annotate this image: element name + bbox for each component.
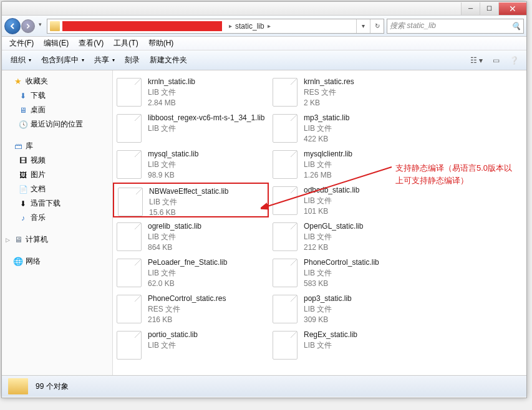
sidebar-item-music[interactable]: ♪音乐 [2, 211, 112, 225]
close-button[interactable]: ✕ [498, 2, 526, 15]
file-item[interactable]: NBWaveEffect_static.lib LIB 文件 15.6 KB [113, 183, 269, 217]
share-button[interactable]: 共享 [89, 52, 120, 68]
nav-history-dropdown[interactable]: ▾ [36, 18, 44, 31]
file-type: LIB 文件 [148, 87, 195, 98]
file-type: RES 文件 [148, 304, 226, 315]
newfolder-button[interactable]: 新建文件夹 [145, 52, 192, 68]
menu-view[interactable]: 查看(V) [74, 37, 109, 50]
file-item[interactable]: PeLoader_fne_Static.lib LIB 文件 62.0 KB [113, 255, 269, 290]
sidebar-item-videos[interactable]: 🎞视频 [2, 153, 112, 168]
file-item[interactable]: mysql_static.lib LIB 文件 98.9 KB [113, 146, 269, 181]
sidebar-network[interactable]: 🌐网络 [2, 254, 112, 269]
sidebar-item-documents[interactable]: 📄文档 [2, 182, 112, 196]
file-item[interactable]: ogrelib_static.lib LIB 文件 864 KB [113, 219, 269, 254]
file-item[interactable]: krnln_static.lib LIB 文件 2.84 MB [113, 74, 269, 109]
search-icon[interactable]: 🔍 [511, 22, 521, 31]
explorer-window: ─ ☐ ✕ ▾ ▸ static_lib ▸ ▾ ↻ 搜索 static_lib… [1, 1, 527, 398]
menu-file[interactable]: 文件(F) [4, 37, 39, 50]
file-name: OpenGL_static.lib [304, 221, 363, 232]
search-placeholder: 搜索 static_lib [390, 21, 436, 31]
file-name: PeLoader_fne_Static.lib [148, 257, 227, 268]
toolbar: 组织 包含到库中 共享 刻录 新建文件夹 ☷ ▾ ▭ ❔ [2, 50, 526, 70]
file-icon [273, 186, 297, 215]
sidebar-item-downloads[interactable]: ⬇下载 [2, 88, 112, 103]
file-item[interactable]: RegEx_static.lib LIB 文件 [269, 327, 425, 362]
file-info: pop3_static.lib LIB 文件 309 KB [304, 293, 352, 323]
sidebar-item-desktop[interactable]: 🖥桌面 [2, 103, 112, 117]
file-info: PeLoader_fne_Static.lib LIB 文件 62.0 KB [148, 257, 227, 287]
forward-button[interactable] [21, 19, 35, 33]
burn-button[interactable]: 刻录 [120, 52, 145, 68]
file-info: RegEx_static.lib LIB 文件 [304, 330, 357, 360]
file-icon [117, 114, 142, 143]
sidebar-libraries[interactable]: 🗃库 [2, 139, 112, 153]
file-size: 864 KB [148, 242, 201, 253]
back-button[interactable] [4, 18, 21, 34]
breadcrumb-item[interactable]: static_lib [235, 22, 264, 31]
menu-edit[interactable]: 编辑(E) [39, 37, 74, 50]
redacted-path [62, 21, 222, 31]
file-size: 2 KB [304, 98, 354, 108]
music-icon: ♪ [18, 213, 28, 223]
file-item[interactable]: libboost_regex-vc6-mt-s-1_34_1.lib LIB 文… [113, 110, 269, 145]
menu-tools[interactable]: 工具(T) [109, 37, 143, 50]
path-separator-icon: ▸ [226, 22, 235, 29]
sidebar-item-recent[interactable]: 🕓最近访问的位置 [2, 117, 112, 131]
refresh-button[interactable]: ↻ [370, 19, 384, 33]
file-info: krnln_static.lib LIB 文件 2.84 MB [148, 77, 195, 107]
download-icon: ⬇ [18, 91, 28, 101]
file-name: mp3_static.lib [304, 113, 349, 123]
file-info: PhoneCortrol_static.lib LIB 文件 583 KB [304, 257, 379, 287]
file-item[interactable]: portio_static.lib LIB 文件 [113, 327, 269, 362]
file-item[interactable]: PhoneCortrol_static.res RES 文件 216 KB [113, 291, 269, 326]
sidebar-item-xunlei[interactable]: ⬇迅雷下载 [2, 196, 112, 211]
download-icon: ⬇ [18, 199, 28, 209]
minimize-button[interactable]: ─ [461, 2, 480, 15]
file-size: 98.9 KB [148, 170, 198, 181]
file-name: libboost_regex-vc6-mt-s-1_34_1.lib [148, 113, 264, 123]
file-item[interactable]: PhoneCortrol_static.lib LIB 文件 583 KB [269, 255, 425, 290]
file-item[interactable]: mysqlclientr.lib LIB 文件 1.26 MB [269, 146, 425, 181]
sidebar-favorites[interactable]: ★收藏夹 [2, 74, 112, 88]
file-item[interactable]: mp3_static.lib LIB 文件 422 KB [269, 110, 425, 145]
addressbar[interactable]: ▸ static_lib ▸ ▾ ↻ [47, 19, 384, 34]
maximize-button[interactable]: ☐ [480, 2, 498, 15]
desktop-icon: 🖥 [18, 105, 28, 115]
file-info: krnln_static.res RES 文件 2 KB [304, 77, 354, 107]
file-item[interactable]: OpenGL_static.lib LIB 文件 212 KB [269, 219, 425, 254]
view-options-button[interactable]: ☷ ▾ [467, 54, 486, 67]
file-type: LIB 文件 [304, 340, 357, 351]
file-item[interactable]: pop3_static.lib LIB 文件 309 KB [269, 291, 425, 326]
file-icon [117, 150, 142, 179]
file-icon [273, 259, 297, 287]
search-input[interactable]: 搜索 static_lib 🔍 [387, 19, 524, 34]
sidebar-item-pictures[interactable]: 🖼图片 [2, 168, 112, 182]
navbar: ▾ ▸ static_lib ▸ ▾ ↻ 搜索 static_lib 🔍 [2, 16, 526, 37]
file-icon [273, 114, 297, 143]
sidebar-computer[interactable]: ▷🖥计算机 [2, 232, 112, 247]
file-type: LIB 文件 [304, 123, 349, 134]
file-icon [117, 222, 142, 251]
file-type: LIB 文件 [304, 160, 352, 170]
file-name: krnln_static.lib [148, 77, 195, 87]
include-button[interactable]: 包含到库中 [36, 52, 89, 68]
help-button[interactable]: ❔ [506, 54, 523, 67]
file-info: mysqlclientr.lib LIB 文件 1.26 MB [304, 149, 352, 179]
file-size: 62.0 KB [148, 279, 227, 289]
preview-pane-button[interactable]: ▭ [489, 54, 503, 67]
menu-help[interactable]: 帮助(H) [143, 37, 179, 50]
addr-dropdown[interactable]: ▾ [356, 19, 370, 33]
organize-button[interactable]: 组织 [6, 52, 36, 68]
file-name: portio_static.lib [148, 330, 198, 340]
file-item[interactable]: odbcdb_static.lib LIB 文件 101 KB [269, 183, 425, 217]
file-item[interactable]: krnln_static.res RES 文件 2 KB [269, 74, 425, 109]
file-type: LIB 文件 [148, 160, 198, 170]
file-info: PhoneCortrol_static.res RES 文件 216 KB [148, 293, 226, 323]
content-area: ★收藏夹 ⬇下载 🖥桌面 🕓最近访问的位置 🗃库 🎞视频 🖼图片 📄文档 ⬇迅雷… [2, 70, 526, 375]
file-type: LIB 文件 [304, 304, 352, 315]
file-info: ogrelib_static.lib LIB 文件 864 KB [148, 221, 201, 251]
folder-icon [50, 21, 60, 31]
file-info: odbcdb_static.lib LIB 文件 101 KB [304, 185, 359, 215]
file-pane[interactable]: krnln_static.lib LIB 文件 2.84 MB libboost… [113, 70, 526, 375]
file-type: RES 文件 [304, 87, 354, 98]
